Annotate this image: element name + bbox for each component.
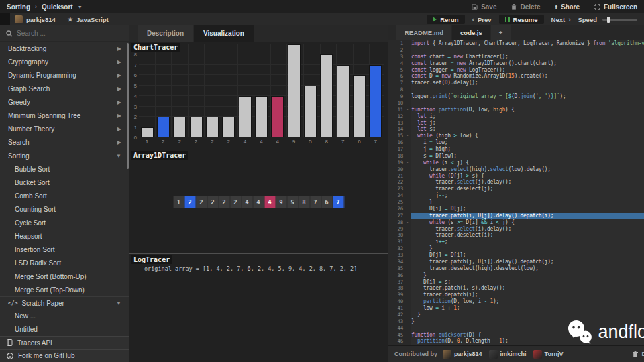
sidebar-item-merge-sort-bottom-up-[interactable]: Merge Sort (Bottom-Up) [0,269,129,283]
sidebar-item-scratch-paper[interactable]: </> Scratch Paper ▼ [0,296,129,309]
token [411,219,429,225]
token: quicksort [439,332,466,338]
contributor-imkimchi[interactable]: imkimchi [489,350,527,359]
sidebar-item-fork-github[interactable]: Fork me on GitHub [0,349,129,362]
chevron-right-icon: ▶ [117,139,121,145]
fold-marker[interactable]: - [403,133,411,139]
line-number: 10 [388,100,403,107]
fold-marker [403,192,411,199]
rerun-button[interactable]: Rerun [427,15,464,24]
breadcrumb[interactable]: Sorting › Quicksort ▼ [7,3,83,11]
save-button[interactable]: Save [472,3,496,11]
sidebar-category-graph-search[interactable]: Graph Search▶ [0,82,129,95]
fold-marker[interactable]: - [403,173,411,180]
fullscreen-button[interactable]: Fullscreen [594,3,637,11]
token: D[j] [411,252,445,258]
sidebar-scrollbar[interactable] [127,43,129,169]
code-line: 3const chart = new ChartTracer(); [388,54,644,60]
contributor-tornjv[interactable]: TornjV [533,350,564,359]
sidebar-item-counting-sort[interactable]: Counting Sort [0,202,129,216]
token: const [411,67,427,73]
category-label: Search [8,139,30,146]
breadcrumb-category[interactable]: Sorting [7,3,30,11]
line-number: 28 [388,219,403,226]
token: LogTracer(); [466,67,505,73]
tab-readme-md[interactable]: README.md [396,25,451,40]
token: high; [433,146,451,152]
sidebar-item-new-[interactable]: New ... [0,309,129,322]
chevron-right-icon: ▶ [117,86,121,92]
speed-slider-thumb[interactable] [607,17,610,23]
new-tab-button[interactable]: + [491,25,511,40]
chart-ytick: 3 [131,104,137,110]
sidebar-item-insertion-sort[interactable]: Insertion Sort [0,243,129,256]
fold-marker[interactable]: - [403,219,411,226]
code-text: i++; [411,239,644,245]
fold-marker [403,272,411,279]
fold-marker [403,213,411,219]
chart-bar-column: 5 [303,44,317,147]
array-cell: 2 [184,196,196,208]
code-text: i = low; [411,139,644,146]
delete-button[interactable]: Delete [511,3,540,11]
fold-marker[interactable]: - [403,332,411,339]
token: while [417,133,433,139]
contributor-parkjs814[interactable]: parkjs814 [443,350,482,359]
sidebar-category-minimum-spanning-tree[interactable]: Minimum Spanning Tree▶ [0,109,129,122]
sidebar-item-lsd-radix-sort[interactable]: LSD Radix Sort [0,256,129,269]
sidebar-item-bubble-sort[interactable]: Bubble Sort [0,162,129,176]
sidebar-item-tracers-api[interactable]: Tracers API [0,336,129,349]
tab-visualization[interactable]: Visualization [194,25,254,42]
next-button[interactable]: Next › [551,16,571,23]
line-number: 11 [388,107,403,113]
sidebar-category-number-theory[interactable]: Number Theory▶ [0,122,129,135]
code-editor[interactable]: 1import { Array1DTracer, ChartTracer, Lo… [388,40,644,345]
delete-file-button[interactable]: Delete File [633,351,644,357]
share-button[interactable]: f Share [555,3,580,11]
token: ); [559,93,566,99]
username[interactable]: parkjs814 [26,16,56,23]
user-avatar[interactable] [15,15,23,23]
fold-marker [403,73,411,80]
tab-code-js[interactable]: code.js [452,25,490,40]
token: while [423,160,439,166]
code-text: logger.print(`original array = [${D.join… [411,93,644,100]
play-icon [433,17,437,22]
sidebar-category-dynamic-programming[interactable]: Dynamic Programming▶ [0,68,129,82]
fold-marker[interactable]: - [403,107,411,113]
sidebar-item-merge-sort-top-down-[interactable]: Merge Sort (Top-Down) [0,283,129,296]
sidebar-category-greedy[interactable]: Greedy▶ [0,95,129,109]
line-number: 37 [388,279,403,286]
token: partition [439,107,466,113]
code-text: const tracer = new Array1DTracer().chart… [411,60,644,67]
token: s [411,153,429,159]
resume-button[interactable]: Resume [499,15,544,24]
token: (i [439,160,451,166]
search-input[interactable] [17,29,123,37]
sidebar-item-heapsort[interactable]: Heapsort [0,229,129,243]
sidebar-category-search[interactable]: Search▶ [0,135,129,149]
token [411,120,417,126]
language-selector[interactable]: ★ JavaScript [68,16,109,23]
sidebar-item-cycle-sort[interactable]: Cycle Sort [0,216,129,229]
chart-xtick: 5 [309,137,311,147]
sidebar-category-backtracking[interactable]: Backtracking▶ [0,42,129,55]
logo-button[interactable] [0,13,10,25]
tab-description[interactable]: Description [138,25,193,42]
chart-ytick: 2 [131,114,137,120]
token: tracer.set(D).delay(); [411,80,478,86]
fold-marker[interactable]: - [403,160,411,166]
breadcrumb-page[interactable]: Quicksort [42,3,73,11]
sidebar-item-comb-sort[interactable]: Comb Sort [0,189,129,202]
line-number: 16 [388,139,403,146]
sidebar-item-untitled[interactable]: Untitled [0,322,129,336]
line-number: 12 [388,113,403,120]
speed-slider[interactable] [602,19,637,21]
token: while [429,219,445,225]
sidebar-item-bucket-sort[interactable]: Bucket Sort [0,176,129,189]
prev-button[interactable]: ‹ Prev [472,16,492,23]
code-line: 27 tracer.patch(i, D[j]).delay().depatch… [388,213,644,219]
sidebar-item-sorting[interactable]: Sorting ▼ [0,149,129,162]
sidebar-category-cryptography[interactable]: Cryptography▶ [0,55,129,68]
token: const [411,54,427,60]
